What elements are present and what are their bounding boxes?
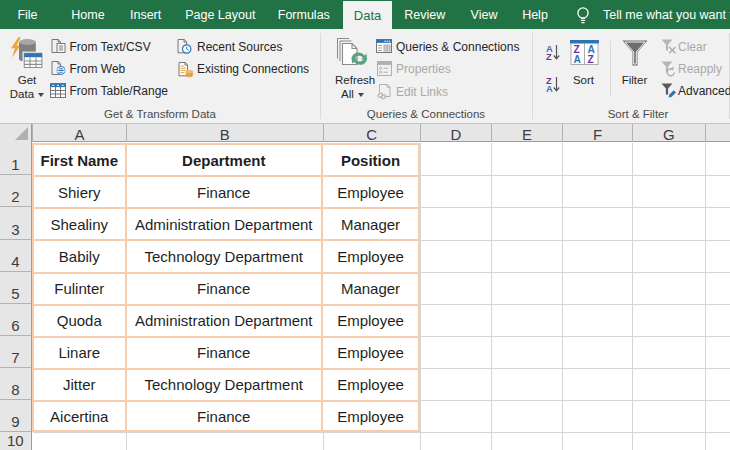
svg-text:Z: Z (546, 52, 552, 62)
svg-text:A: A (573, 54, 581, 65)
svg-text:Z: Z (587, 54, 593, 65)
svg-text:A: A (546, 84, 553, 94)
